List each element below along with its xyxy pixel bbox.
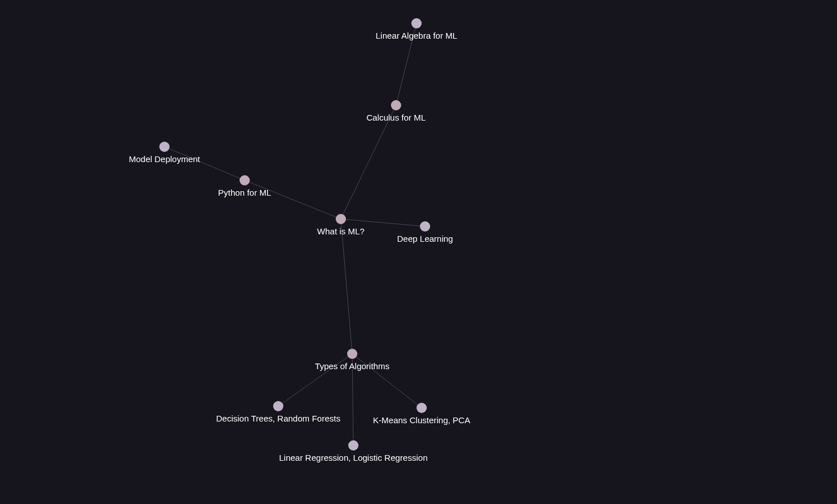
node-circle-kmeans[interactable] <box>417 403 427 413</box>
node-circle-model_deployment[interactable] <box>159 142 170 152</box>
node-kmeans[interactable]: K-Means Clustering, PCA <box>373 403 471 425</box>
node-circle-linear_regression[interactable] <box>348 440 358 451</box>
node-model_deployment[interactable]: Model Deployment <box>129 142 200 164</box>
edge-what_is_ml-types_of_algorithms <box>341 219 352 354</box>
node-decision_trees[interactable]: Decision Trees, Random Forests <box>216 401 340 423</box>
node-label-calculus: Calculus for ML <box>366 113 426 122</box>
node-label-types_of_algorithms: Types of Algorithms <box>315 361 390 371</box>
graph-canvas[interactable]: Linear Algebra for MLCalculus for MLMode… <box>0 0 837 504</box>
node-label-what_is_ml: What is ML? <box>317 226 364 236</box>
node-python[interactable]: Python for ML <box>218 175 271 197</box>
node-circle-types_of_algorithms[interactable] <box>347 349 357 359</box>
node-label-python: Python for ML <box>218 188 271 197</box>
node-circle-calculus[interactable] <box>391 100 401 110</box>
edges-layer <box>164 23 425 445</box>
node-label-decision_trees: Decision Trees, Random Forests <box>216 414 340 423</box>
node-label-linear_regression: Linear Regression, Logistic Regression <box>279 453 428 462</box>
node-calculus[interactable]: Calculus for ML <box>366 100 426 122</box>
node-circle-what_is_ml[interactable] <box>336 214 346 224</box>
node-linear_regression[interactable]: Linear Regression, Logistic Regression <box>279 440 428 462</box>
node-circle-decision_trees[interactable] <box>273 401 283 411</box>
node-label-deep_learning: Deep Learning <box>397 234 453 243</box>
node-linear_algebra[interactable]: Linear Algebra for ML <box>376 18 457 40</box>
node-circle-linear_algebra[interactable] <box>411 18 422 28</box>
node-circle-python[interactable] <box>240 175 250 185</box>
node-what_is_ml[interactable]: What is ML? <box>317 214 364 236</box>
node-label-model_deployment: Model Deployment <box>129 154 200 164</box>
node-label-linear_algebra: Linear Algebra for ML <box>376 31 457 40</box>
edge-what_is_ml-deep_learning <box>341 219 425 226</box>
node-label-kmeans: K-Means Clustering, PCA <box>373 415 471 425</box>
edge-python-what_is_ml <box>245 180 341 219</box>
nodes-layer: Linear Algebra for MLCalculus for MLMode… <box>129 18 470 462</box>
node-circle-deep_learning[interactable] <box>420 221 430 232</box>
